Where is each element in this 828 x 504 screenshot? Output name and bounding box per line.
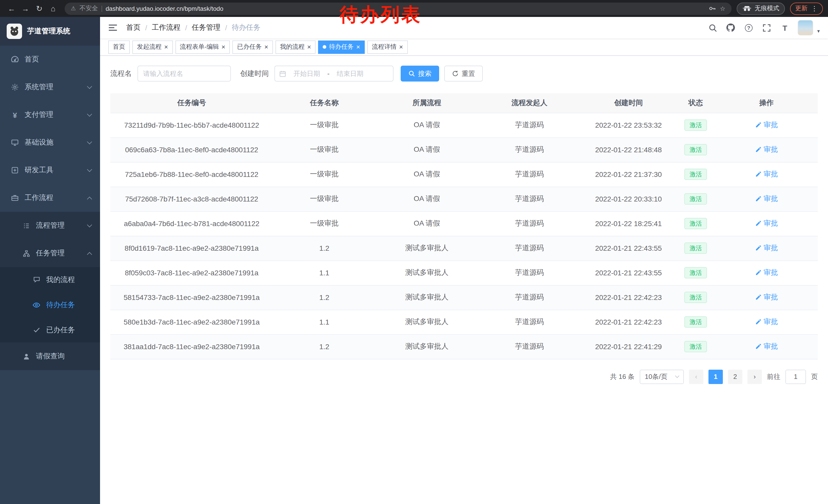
avatar-caret-icon[interactable]: ▾ xyxy=(817,28,820,35)
col-initiator: 流程发起人 xyxy=(478,93,581,113)
approve-link[interactable]: 审批 xyxy=(755,194,778,203)
chevron-down-icon xyxy=(87,111,92,117)
search-icon[interactable] xyxy=(708,23,718,33)
sidebar-item-payment[interactable]: ¥ 支付管理 xyxy=(0,101,100,129)
search-button[interactable]: 搜索 xyxy=(401,65,439,82)
app-logo-row[interactable]: 芋道管理系统 xyxy=(0,17,100,46)
help-icon[interactable]: ? xyxy=(744,23,754,33)
sidebar-item-label: 待办任务 xyxy=(46,300,75,310)
fullscreen-icon[interactable] xyxy=(762,23,772,33)
approve-link[interactable]: 审批 xyxy=(755,145,778,154)
approve-link[interactable]: 审批 xyxy=(755,243,778,253)
date-range-picker[interactable]: - xyxy=(275,65,394,82)
sidebar-item-infra[interactable]: 基础设施 xyxy=(0,129,100,156)
breadcrumb-workflow[interactable]: 工作流程 xyxy=(152,23,180,32)
task-name-cell: 一级审批 xyxy=(273,211,376,236)
sidebar-item-done-task[interactable]: 已办任务 xyxy=(0,317,100,342)
pagination: 共 16 条 10条/页 ‹ 1 2 › 前往 页 xyxy=(110,369,818,384)
reload-icon[interactable]: ↻ xyxy=(33,4,46,13)
approve-link[interactable]: 审批 xyxy=(755,170,778,179)
col-status: 状态 xyxy=(676,93,715,113)
action-cell: 审批 xyxy=(715,236,818,261)
tab-done-task[interactable]: 已办任务× xyxy=(233,40,273,54)
task-id-cell: a6aba0a4-7b6d-11ec-b781-acde48001122 xyxy=(110,211,273,236)
created-time-cell: 2022-01-21 22:41:29 xyxy=(581,334,676,359)
sidebar-item-my-process[interactable]: 我的流程 xyxy=(0,267,100,292)
approve-link[interactable]: 审批 xyxy=(755,121,778,130)
font-size-icon[interactable]: T xyxy=(780,23,790,33)
dashboard-icon xyxy=(10,55,19,63)
tab-start-process[interactable]: 发起流程× xyxy=(132,40,173,54)
collapse-menu-icon[interactable] xyxy=(108,23,119,32)
status-badge: 激活 xyxy=(685,119,707,131)
sidebar-item-todo-task[interactable]: 待办任务 xyxy=(0,292,100,317)
next-page-button[interactable]: › xyxy=(747,369,762,384)
page-goto-input[interactable] xyxy=(785,369,806,384)
close-icon[interactable]: × xyxy=(307,44,311,50)
page-button-1[interactable]: 1 xyxy=(708,369,723,384)
edit-icon xyxy=(755,245,761,251)
tab-my-process[interactable]: 我的流程× xyxy=(276,40,316,54)
page-button-2[interactable]: 2 xyxy=(728,369,742,384)
home-icon[interactable]: ⌂ xyxy=(47,4,59,13)
status-cell: 激活 xyxy=(676,261,715,285)
task-name-cell: 1.1 xyxy=(273,310,376,334)
key-icon[interactable] xyxy=(708,5,716,12)
sidebar-item-home[interactable]: 首页 xyxy=(0,46,100,73)
update-label: 更新 xyxy=(795,4,808,13)
task-name-cell: 一级审批 xyxy=(273,113,376,137)
org-chart-icon xyxy=(22,249,31,257)
status-badge: 激活 xyxy=(685,193,707,205)
sidebar-item-process-mgmt[interactable]: 流程管理 xyxy=(0,212,100,239)
close-icon[interactable]: × xyxy=(356,44,360,50)
active-dot xyxy=(323,45,327,49)
bookmark-star-icon[interactable]: ☆ xyxy=(720,5,726,12)
update-button[interactable]: 更新 ⋮ xyxy=(790,2,823,15)
created-time-cell: 2022-01-22 21:48:48 xyxy=(581,137,676,162)
sidebar-item-workflow[interactable]: 工作流程 xyxy=(0,184,100,212)
action-cell: 审批 xyxy=(715,162,818,187)
close-icon[interactable]: × xyxy=(264,44,268,50)
tab-home[interactable]: 首页 xyxy=(108,40,130,54)
close-icon[interactable]: × xyxy=(399,44,403,50)
page-size-select[interactable]: 10条/页 xyxy=(640,369,684,384)
close-icon[interactable]: × xyxy=(221,44,225,50)
breadcrumb-home[interactable]: 首页 xyxy=(126,23,140,32)
github-icon[interactable] xyxy=(726,23,736,33)
tab-process-form-edit[interactable]: 流程表单-编辑× xyxy=(175,40,230,54)
process-name-input[interactable] xyxy=(137,65,231,82)
task-id-cell: 580e1b3d-7ac8-11ec-a9e2-a2380e71991a xyxy=(110,310,273,334)
end-date-input[interactable] xyxy=(331,70,370,78)
sidebar-item-system[interactable]: 系统管理 xyxy=(0,73,100,101)
refresh-icon xyxy=(452,70,459,77)
task-id-cell: 73211d9d-7b9b-11ec-b5b7-acde48001122 xyxy=(110,113,273,137)
forward-icon[interactable]: → xyxy=(19,4,32,13)
task-name-cell: 一级审批 xyxy=(273,137,376,162)
prev-page-button[interactable]: ‹ xyxy=(689,369,703,384)
action-cell: 审批 xyxy=(715,187,818,211)
approve-link[interactable]: 审批 xyxy=(755,317,778,327)
edit-icon xyxy=(755,171,761,178)
sidebar-item-leave-query[interactable]: 请假查询 xyxy=(0,342,100,370)
menu-dots-icon[interactable]: ⋮ xyxy=(811,5,818,12)
approve-link[interactable]: 审批 xyxy=(755,342,778,351)
start-date-input[interactable] xyxy=(287,70,326,78)
tab-process-detail[interactable]: 流程详情× xyxy=(367,40,408,54)
address-bar[interactable]: ⚠ 不安全 dashboard.yudao.iocoder.cn/bpm/tas… xyxy=(65,2,732,15)
status-cell: 激活 xyxy=(676,113,715,137)
sidebar-item-devtools[interactable]: 研发工具 xyxy=(0,156,100,184)
incognito-icon xyxy=(742,6,752,11)
breadcrumb-task-mgmt[interactable]: 任务管理 xyxy=(192,23,220,32)
approve-link[interactable]: 审批 xyxy=(755,293,778,302)
close-icon[interactable]: × xyxy=(164,44,168,50)
screen: ← → ↻ ⌂ ⚠ 不安全 dashboard.yudao.iocoder.cn… xyxy=(0,0,828,504)
tab-todo-task[interactable]: 待办任务× xyxy=(318,40,365,54)
back-icon[interactable]: ← xyxy=(5,4,18,13)
process-cell: 测试多审批人 xyxy=(376,334,478,359)
sidebar-item-task-mgmt[interactable]: 任务管理 xyxy=(0,239,100,267)
approve-link[interactable]: 审批 xyxy=(755,219,778,228)
avatar[interactable] xyxy=(798,20,813,35)
approve-link[interactable]: 审批 xyxy=(755,268,778,277)
created-time-cell: 2022-01-22 18:25:41 xyxy=(581,211,676,236)
reset-button[interactable]: 重置 xyxy=(444,65,483,82)
